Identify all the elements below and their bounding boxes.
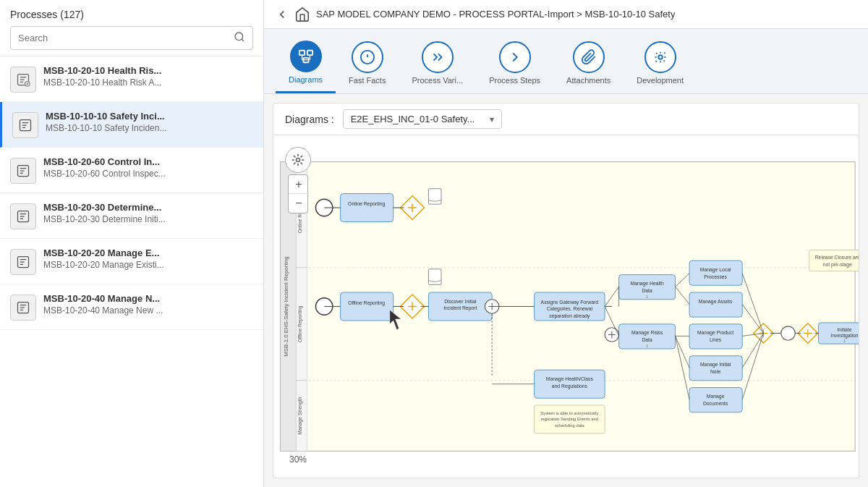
svg-point-0 xyxy=(235,33,243,41)
diagram-canvas[interactable]: + − MSB-1.0 EHS-Safety Incident Reportin… xyxy=(273,135,859,478)
tab-process-steps[interactable]: Process Steps xyxy=(476,35,553,93)
svg-point-19 xyxy=(297,158,300,162)
development-icon-circle xyxy=(644,41,676,73)
main-content: SAP MODEL COMPANY DEMO - PROCESS PORTAL-… xyxy=(264,0,868,487)
svg-text:Online Reporting: Online Reporting xyxy=(348,201,385,207)
svg-text:1: 1 xyxy=(843,339,846,343)
diagram-toolbar: Diagrams : E2E_EHS_INC_01-0 Safety... ▾ xyxy=(273,103,859,135)
tab-process-steps-label: Process Steps xyxy=(489,76,540,85)
svg-text:regulation Sending Events and: regulation Sending Events and xyxy=(541,417,598,421)
svg-text:Offline Reporting: Offline Reporting xyxy=(348,300,385,306)
process-icon-2 xyxy=(12,112,38,138)
back-button[interactable] xyxy=(276,8,289,21)
svg-text:not pre-stage: not pre-stage xyxy=(823,262,852,268)
svg-text:Note: Note xyxy=(710,369,721,374)
zoom-out-button[interactable]: − xyxy=(289,194,309,213)
svg-rect-9 xyxy=(299,51,304,55)
sidebar-item-1[interactable]: MSB-10-20-10 Health Ris... MSB-10-20-10 … xyxy=(0,56,263,102)
sidebar-list: MSB-10-20-10 Health Ris... MSB-10-20-10 … xyxy=(0,56,263,487)
svg-text:Initiate: Initiate xyxy=(837,327,851,332)
diagram-select-text: E2E_EHS_INC_01-0 Safety... xyxy=(351,114,485,124)
svg-text:Categories. Renewal: Categories. Renewal xyxy=(547,306,593,312)
sidebar-item-text-3: MSB-10-20-60 Control In... MSB-10-20-60 … xyxy=(43,156,253,179)
sidebar: Processes (127) xyxy=(0,0,264,487)
zoom-in-button[interactable]: + xyxy=(289,175,309,194)
sidebar-item-subtitle-3: MSB-10-20-60 Control Inspec... xyxy=(43,169,253,179)
sidebar-item-text-4: MSB-10-20-30 Determine... MSB-10-20-30 D… xyxy=(43,202,253,224)
zoom-label: 30% xyxy=(285,453,311,466)
tab-diagrams[interactable]: Diagrams xyxy=(276,35,336,93)
svg-text:Discover Initial: Discover Initial xyxy=(444,299,477,304)
svg-text:Documents: Documents xyxy=(703,401,728,406)
tab-diagrams-label: Diagrams xyxy=(289,75,323,84)
chevron-down-icon: ▾ xyxy=(490,114,494,124)
sidebar-item-4[interactable]: MSB-10-20-30 Determine... MSB-10-20-30 D… xyxy=(0,193,263,239)
svg-rect-67 xyxy=(689,324,742,349)
svg-text:Data: Data xyxy=(642,288,652,293)
svg-text:Manage Product: Manage Product xyxy=(697,330,733,336)
sidebar-item-text-6: MSB-10-20-40 Manage N... MSB-10-20-40 Ma… xyxy=(43,293,253,316)
sidebar-item-subtitle-2: MSB-10-10-10 Safety Inciden... xyxy=(46,123,253,133)
sidebar-item-3[interactable]: MSB-10-20-60 Control In... MSB-10-20-60 … xyxy=(0,148,263,193)
svg-text:Lines: Lines xyxy=(710,337,722,342)
sidebar-item-title-4: MSB-10-20-30 Determine... xyxy=(43,202,253,213)
zoom-controls: + − xyxy=(288,174,308,213)
sidebar-item-subtitle-6: MSB-10-20-40 Manage New ... xyxy=(43,305,253,316)
app-container: Processes (127) xyxy=(0,0,868,487)
svg-text:Manage: Manage xyxy=(707,394,725,399)
svg-text:Assigns Gateway Forward: Assigns Gateway Forward xyxy=(541,300,599,305)
svg-text:Manage Initial: Manage Initial xyxy=(700,362,731,368)
svg-text:1: 1 xyxy=(646,295,648,299)
tab-development-label: Development xyxy=(637,76,684,85)
svg-rect-70 xyxy=(689,356,742,381)
sidebar-item-text-1: MSB-10-20-10 Health Ris... MSB-10-20-10 … xyxy=(43,65,253,88)
svg-text:Manage Risks: Manage Risks xyxy=(631,330,663,336)
sidebar-item-title-3: MSB-10-20-60 Control In... xyxy=(43,156,253,167)
tab-fast-facts-label: Fast Facts xyxy=(349,76,386,85)
sidebar-item-subtitle-1: MSB-10-20-10 Health Risk A... xyxy=(43,77,253,88)
search-button[interactable] xyxy=(234,31,245,45)
process-icon-1 xyxy=(10,67,36,93)
svg-text:MSB-1.0 EHS-Safety Incident Re: MSB-1.0 EHS-Safety Incident Reporting xyxy=(283,256,289,356)
sidebar-item-text-2: MSB-10-10-10 Safety Inci... MSB-10-10-10… xyxy=(46,111,253,133)
svg-rect-10 xyxy=(307,51,312,55)
svg-text:Manage Assets: Manage Assets xyxy=(699,299,733,305)
sidebar-item-6[interactable]: MSB-10-20-40 Manage N... MSB-10-20-40 Ma… xyxy=(0,284,263,330)
svg-rect-37 xyxy=(428,189,441,204)
tab-fast-facts[interactable]: Fast Facts xyxy=(336,35,399,93)
diagrams-icon-circle xyxy=(290,41,322,72)
sidebar-item-text-5: MSB-10-20-20 Manage E... MSB-10-20-20 Ma… xyxy=(43,247,253,270)
sidebar-item-title-1: MSB-10-20-10 Health Ris... xyxy=(43,65,253,76)
search-input[interactable] xyxy=(18,33,234,43)
process-steps-icon-circle xyxy=(499,41,531,73)
svg-text:1: 1 xyxy=(646,344,648,348)
sidebar-item-2[interactable]: MSB-10-10-10 Safety Inci... MSB-10-10-10… xyxy=(0,102,263,148)
svg-text:and Regulations: and Regulations xyxy=(552,384,588,389)
sidebar-item-subtitle-5: MSB-10-20-20 Manage Existi... xyxy=(43,260,253,270)
breadcrumb-bar: SAP MODEL COMPANY DEMO - PROCESS PORTAL-… xyxy=(264,0,868,29)
tab-bar: Diagrams Fast Facts xyxy=(264,29,868,94)
svg-text:Manage Health/Class: Manage Health/Class xyxy=(546,376,594,382)
svg-rect-47 xyxy=(428,269,441,284)
tab-development[interactable]: Development xyxy=(624,35,697,93)
svg-text:System is able to automaticall: System is able to automatically xyxy=(540,411,598,415)
home-button[interactable] xyxy=(294,7,310,22)
svg-text:Release Closure are: Release Closure are xyxy=(815,255,859,260)
sidebar-item-5[interactable]: MSB-10-20-20 Manage E... MSB-10-20-20 Ma… xyxy=(0,239,263,284)
svg-text:Offline Reporting: Offline Reporting xyxy=(297,305,303,342)
svg-rect-101 xyxy=(809,250,859,271)
pan-control[interactable] xyxy=(285,147,311,173)
process-variants-icon-circle xyxy=(422,41,454,73)
nav-controls: + − xyxy=(285,147,311,213)
svg-rect-62 xyxy=(689,261,742,285)
attachments-icon-circle xyxy=(573,41,605,73)
svg-text:Incident Report: Incident Report xyxy=(443,305,477,311)
svg-text:Manage Strength: Manage Strength xyxy=(297,397,303,434)
tab-process-variants[interactable]: Process Vari... xyxy=(399,35,476,93)
diagram-dropdown[interactable]: E2E_EHS_INC_01-0 Safety... ▾ xyxy=(343,109,502,129)
tab-attachments[interactable]: Attachments xyxy=(553,35,624,93)
sidebar-item-subtitle-4: MSB-10-20-30 Determine Initi... xyxy=(43,214,253,224)
process-icon-4 xyxy=(10,203,36,229)
svg-rect-65 xyxy=(689,292,742,317)
bpmn-diagram-svg: MSB-1.0 EHS-Safety Incident Reporting On… xyxy=(273,135,859,478)
